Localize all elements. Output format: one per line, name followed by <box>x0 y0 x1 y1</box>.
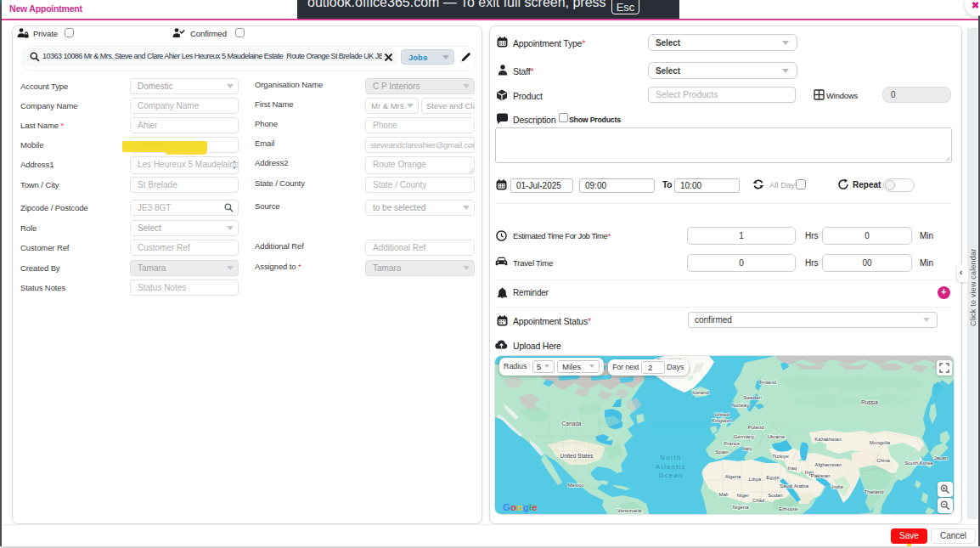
svg-text:Iraq: Iraq <box>788 466 797 471</box>
svg-text:Libya: Libya <box>749 477 762 482</box>
svg-text:Egypt: Egypt <box>766 475 780 480</box>
svg-text:Thailand: Thailand <box>864 489 883 494</box>
svg-text:South Korea: South Korea <box>904 460 933 466</box>
svg-text:Mexico: Mexico <box>567 483 584 488</box>
svg-text:Mongolia: Mongolia <box>870 440 891 445</box>
svg-text:Türkiye: Türkiye <box>772 454 789 459</box>
svg-text:Atlantic: Atlantic <box>656 463 686 471</box>
svg-text:Iceland: Iceland <box>692 390 708 395</box>
svg-text:United: United <box>714 412 729 417</box>
svg-text:Ocean: Ocean <box>658 472 683 479</box>
svg-text:Niger: Niger <box>737 493 749 498</box>
svg-text:Kingdom: Kingdom <box>712 418 732 423</box>
svg-text:*Pakistan: *Pakistan <box>808 473 830 478</box>
svg-text:Afghanistan: Afghanistan <box>814 462 842 467</box>
svg-text:Nigeria: Nigeria <box>732 505 749 510</box>
svg-text:Ethiopia-: Ethiopia- <box>779 506 799 511</box>
svg-text:Italy: Italy <box>742 446 752 451</box>
svg-text:Sweden: Sweden <box>743 395 762 400</box>
svg-text:United States: United States <box>560 453 594 459</box>
svg-text:Venezuela: Venezuela <box>617 508 642 513</box>
svg-text:Chad: Chad <box>752 498 764 503</box>
svg-text:China: China <box>876 458 890 463</box>
svg-text:Canada: Canada <box>562 421 582 427</box>
svg-text:Ukraine: Ukraine <box>768 434 786 439</box>
svg-text:Kazakhstan: Kazakhstan <box>814 437 841 442</box>
svg-text:Russia: Russia <box>861 399 878 405</box>
svg-text:Poland: Poland <box>748 425 764 430</box>
svg-text:India: India <box>831 484 843 489</box>
svg-text:Germany: Germany <box>734 434 755 439</box>
svg-text:Saudi Arabia: Saudi Arabia <box>780 483 809 489</box>
svg-text:Mali: Mali <box>718 492 728 497</box>
svg-text:Norway: Norway <box>732 403 749 408</box>
svg-text:North: North <box>660 454 681 461</box>
svg-text:Sudan: Sudan <box>768 493 782 498</box>
svg-text:France: France <box>724 441 741 446</box>
svg-text:Algeria: Algeria <box>725 474 741 479</box>
svg-text:Finland: Finland <box>759 380 776 385</box>
svg-text:Japan: Japan <box>934 455 948 460</box>
svg-text:Spain: Spain <box>715 449 728 455</box>
